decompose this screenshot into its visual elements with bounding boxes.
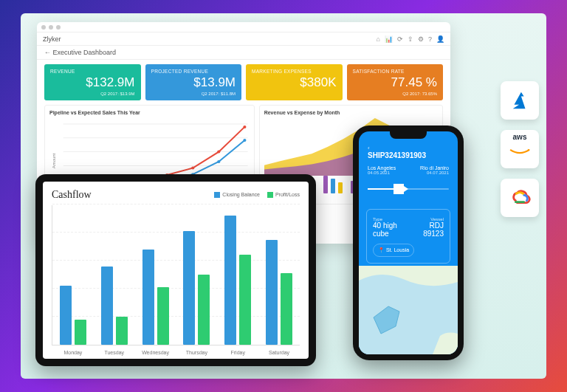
cashflow-x-label: Monday — [57, 350, 89, 355]
cashflow-bar — [266, 240, 278, 345]
breadcrumb[interactable]: ← Executive Dashboard — [37, 46, 450, 60]
cashflow-bar — [101, 267, 113, 345]
cashflow-bar — [198, 275, 210, 345]
breadcrumb-label: Executive Dashboard — [53, 49, 117, 56]
type-value: 40 high cube — [373, 221, 410, 238]
location-chip[interactable]: 📍 St. Lousia — [373, 244, 414, 257]
cashflow-legend: Closing BalanceProfit/Loss — [214, 192, 300, 198]
from-date: 04.05.2021 — [368, 171, 396, 175]
type-label: Type — [373, 217, 410, 221]
kpi-card[interactable]: PROJECTED REVENUE $13.9M Q2 2017: $11.8M — [145, 64, 242, 100]
window-chrome — [37, 22, 450, 32]
cashflow-title: Cashflow — [52, 189, 92, 201]
cashflow-bar — [183, 231, 195, 345]
back-icon[interactable]: ‹ — [368, 145, 449, 151]
kpi-label: MARKETING EXPENSES — [252, 69, 337, 74]
cashflow-x-label: Wednesday — [140, 350, 172, 355]
cashflow-group: Wednesday — [140, 205, 172, 345]
svg-point-13 — [243, 125, 246, 128]
kpi-card[interactable]: SATISFACTION RATE 77.45 % Q2 2017: 73.65… — [347, 64, 444, 100]
y-axis-label: Amount — [52, 154, 56, 169]
legend-item: Closing Balance — [214, 192, 260, 198]
cashflow-x-label: Thursday — [180, 350, 213, 355]
pipeline-title: Pipeline vs Expected Sales This Year — [49, 110, 250, 115]
kpi-sub: Q2 2017: $13.9M — [50, 92, 135, 96]
map[interactable] — [359, 266, 458, 354]
cashflow-bar — [142, 250, 154, 345]
shipment-id: SHIP3241391903 — [368, 151, 449, 159]
app-title: Zlyker — [43, 35, 61, 43]
svg-point-11 — [191, 167, 194, 170]
gear-icon[interactable]: ⚙ — [418, 35, 424, 43]
aws-badge[interactable]: aws — [501, 130, 539, 168]
cashflow-chart: MondayTuesdayWednesdayThursdayFridaySatu… — [52, 205, 300, 345]
cashflow-group: Saturday — [263, 205, 295, 345]
kpi-value: $13.9M — [151, 75, 236, 90]
vessel-value: RDJ 89123 — [410, 221, 444, 238]
phone-notch — [390, 131, 427, 139]
kpi-sub: Q2 2017: $11.8M — [151, 92, 236, 96]
share-icon[interactable]: ⇪ — [408, 35, 413, 43]
avatar[interactable]: 👤 — [436, 35, 444, 43]
svg-point-12 — [217, 151, 220, 154]
chart-icon[interactable]: 📊 — [385, 35, 393, 43]
azure-badge[interactable] — [501, 81, 539, 120]
svg-point-20 — [217, 160, 220, 163]
cashflow-bar — [281, 273, 292, 345]
kpi-value: $132.9M — [50, 75, 135, 90]
window-dot[interactable] — [49, 25, 53, 30]
from-city: Los Angeles — [368, 165, 396, 171]
to-city: Rio di Janiro — [420, 165, 449, 171]
cashflow-x-label: Saturday — [263, 350, 295, 355]
cashflow-bar — [75, 320, 86, 345]
window-dot[interactable] — [41, 25, 46, 30]
kpi-card[interactable]: MARKETING EXPENSES $380K — [246, 64, 343, 100]
kpi-card[interactable]: REVENUE $132.9M Q2 2017: $13.9M — [44, 64, 141, 100]
kpi-label: REVENUE — [50, 69, 135, 74]
cashflow-group: Tuesday — [98, 205, 131, 345]
svg-point-21 — [243, 139, 246, 142]
window-dot[interactable] — [56, 25, 61, 30]
kpi-label: SATISFACTION RATE — [353, 69, 438, 74]
phone-device: ‹ SHIP3241391903 Los Angeles 04.05.2021 … — [353, 125, 464, 360]
back-icon[interactable]: ← — [44, 49, 51, 56]
toolbar-icons: ⌂ 📊 ⟳ ⇪ ⚙ ? 👤 — [377, 35, 444, 43]
cashflow-group: Monday — [57, 205, 89, 345]
vessel-label: Vessel — [410, 217, 444, 221]
help-icon[interactable]: ? — [428, 35, 432, 43]
cashflow-bar — [116, 317, 128, 345]
cashflow-x-label: Tuesday — [98, 350, 131, 355]
kpi-value: $380K — [252, 75, 337, 90]
gcloud-badge[interactable] — [501, 179, 539, 217]
home-icon[interactable]: ⌂ — [377, 35, 380, 43]
cashflow-group: Thursday — [180, 205, 213, 345]
refresh-icon[interactable]: ⟳ — [397, 35, 403, 43]
cashflow-x-label: Friday — [221, 350, 254, 355]
kpi-sub: Q2 2017: 73.65% — [353, 92, 438, 96]
cashflow-group: Friday — [221, 205, 254, 345]
aws-icon: aws — [509, 133, 531, 141]
cashflow-bar — [239, 255, 251, 345]
revexp-title: Revenue vs Expense by Month — [264, 110, 438, 115]
cashflow-bar — [60, 286, 72, 345]
shipment-card: Type 40 high cube Vessel RDJ 89123 📍 St.… — [366, 209, 450, 264]
kpi-value: 77.45 % — [353, 75, 438, 90]
tablet-device: Cashflow Closing BalanceProfit/Loss Mond… — [35, 174, 316, 366]
kpi-label: PROJECTED REVENUE — [151, 69, 236, 74]
legend-item: Profit/Loss — [267, 192, 300, 198]
progress-slider[interactable] — [368, 182, 449, 196]
azure-icon — [509, 89, 531, 111]
gcloud-icon — [509, 187, 531, 209]
cashflow-bar — [157, 287, 169, 345]
cashflow-bar — [224, 216, 236, 345]
to-date: 04.07.2021 — [420, 171, 449, 175]
